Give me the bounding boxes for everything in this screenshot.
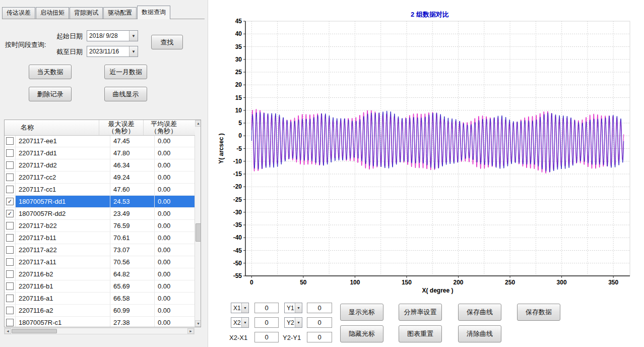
row-max-error: 65.69 [110,280,155,292]
scroll-up-icon[interactable]: ▲ [195,120,201,127]
scroll-down-icon[interactable]: ▼ [195,320,201,327]
y-axis-title: Y( arcsec ) [218,133,225,164]
x-tick-label: 300 [557,279,567,286]
y1-combo[interactable]: Y1 ▼ [284,303,302,313]
col-header-avg-line1: 平均误差 [151,121,177,128]
x2-dropdown-icon[interactable]: ▼ [241,318,248,327]
table-row[interactable]: 2207116-b264.820.00 [5,268,195,280]
tab-5[interactable]: 数据查询 [137,6,170,19]
end-date-dropdown-icon[interactable]: ▼ [129,46,138,56]
dx-value-field[interactable]: 0 [254,332,279,342]
show-cursor-button[interactable]: 显示光标 [340,304,383,321]
col-header-avg-line2: （角秒） [151,128,177,135]
row-checkbox-cell [5,244,16,256]
row-checkbox[interactable] [6,174,14,181]
table-row[interactable]: 2207117-b1170.610.00 [5,232,195,244]
table-row[interactable]: 2207116-a260.990.00 [5,305,195,317]
row-max-error: 49.24 [110,171,155,183]
tab-1[interactable]: 传达误差 [2,7,35,19]
row-max-error: 70.56 [110,256,155,268]
table-horizontal-scrollbar[interactable]: ◄ ► [4,328,195,334]
y2-dropdown-icon[interactable]: ▼ [295,318,302,327]
y1-combo-label: Y1 [285,305,295,312]
end-date-picker[interactable]: 2023/11/16 ▼ [87,46,138,57]
row-checkbox-cell [5,135,16,147]
row-checkbox-checked[interactable]: ✓ [6,210,14,217]
y2-value-field[interactable]: 0 [307,317,332,328]
last-month-data-button[interactable]: 近一月数据 [104,65,147,79]
start-date-dropdown-icon[interactable]: ▼ [129,31,138,41]
y-tick-label: 20 [235,81,242,88]
row-checkbox[interactable] [6,307,14,314]
x2-value-field[interactable]: 0 [254,317,279,328]
row-max-error: 76.59 [110,220,155,232]
row-checkbox[interactable] [6,161,14,169]
tab-3[interactable]: 背隙测试 [70,7,103,19]
row-checkbox[interactable] [6,137,14,145]
x2-combo[interactable]: X2 ▼ [231,317,249,328]
table-header: 名称 最大误差 （角秒） 平均误差 （角秒） [5,120,195,136]
row-avg-error: 0.00 [155,159,195,171]
table-row[interactable]: 2207117-cc147.600.00 [5,184,195,196]
y-tick-label: -10 [233,158,242,165]
row-checkbox-checked[interactable]: ✓ [6,198,14,205]
tab-2[interactable]: 启动扭矩 [36,7,69,19]
row-checkbox[interactable] [6,222,14,229]
y-tick-label: 30 [235,56,242,63]
y1-value-field[interactable]: 0 [307,303,332,313]
table-row[interactable]: 2207116-b165.690.00 [5,280,195,293]
row-checkbox-cell [5,184,16,195]
table-row[interactable]: 18070057R-c127.380.00 [5,317,195,327]
y2-combo[interactable]: Y2 ▼ [284,317,302,328]
table-row[interactable]: 2207117-dd147.800.00 [5,147,195,159]
row-max-error: 47.60 [110,184,155,195]
clear-curve-button[interactable]: 清除曲线 [458,325,501,342]
row-checkbox[interactable] [6,270,14,278]
row-name: 2207117-a11 [16,256,110,268]
table-row[interactable]: 2207117-b2276.590.00 [5,220,195,232]
row-checkbox[interactable] [6,234,14,242]
row-checkbox[interactable] [6,319,14,326]
y-tick-label: -55 [233,272,242,279]
dy-value-field[interactable]: 0 [307,332,332,342]
horizontal-scroll-thumb[interactable] [12,329,57,333]
table-row[interactable]: 2207116-a166.580.00 [5,293,195,305]
row-checkbox[interactable] [6,246,14,254]
dy-label: Y2-Y1 [283,334,301,341]
y-tick-label: -30 [233,209,242,216]
table-vertical-scrollbar[interactable]: ▲ ▼ [195,120,201,327]
search-button[interactable]: 查找 [151,35,183,49]
today-data-button[interactable]: 当天数据 [29,65,72,79]
x1-value-field[interactable]: 0 [254,303,279,313]
hide-cursor-button[interactable]: 隐藏光标 [340,325,383,342]
row-checkbox[interactable] [6,295,14,302]
table-row[interactable]: ✓18070057R-dd223.490.00 [5,208,195,220]
table-row[interactable]: ✓18070057R-dd124.530.00 [5,196,195,208]
save-data-button[interactable]: 保存数据 [517,304,560,321]
row-max-error: 46.34 [110,159,155,171]
chart-reset-button[interactable]: 图表重置 [399,325,442,342]
delete-record-button[interactable]: 删除记录 [29,87,72,101]
table-row[interactable]: 2207117-dd246.340.00 [5,159,195,171]
row-checkbox[interactable] [6,258,14,266]
table-row[interactable]: 2207117-a1170.560.00 [5,256,195,268]
row-checkbox[interactable] [6,149,14,157]
table-row[interactable]: 2207117-a2273.070.00 [5,244,195,256]
table-row[interactable]: 2207117-ee147.450.00 [5,135,195,147]
row-checkbox[interactable] [6,186,14,193]
y1-dropdown-icon[interactable]: ▼ [295,303,302,313]
start-date-picker[interactable]: 2018/ 9/28 ▼ [87,30,138,41]
curve-display-button[interactable]: 曲线显示 [104,87,147,101]
row-checkbox[interactable] [6,282,14,290]
vertical-scroll-thumb[interactable] [196,223,201,242]
table-row[interactable]: 2207117-cc249.240.00 [5,171,195,184]
tab-4[interactable]: 驱动配置 [103,7,137,19]
row-checkbox-cell [5,232,16,244]
scroll-right-icon[interactable]: ► [187,328,194,334]
resolution-settings-button[interactable]: 分辨率设置 [399,304,442,321]
x1-combo[interactable]: X1 ▼ [231,303,249,313]
scroll-left-icon[interactable]: ◄ [5,328,11,334]
row-checkbox-cell [5,159,16,171]
x1-dropdown-icon[interactable]: ▼ [241,303,248,313]
save-curve-button[interactable]: 保存曲线 [458,304,501,321]
